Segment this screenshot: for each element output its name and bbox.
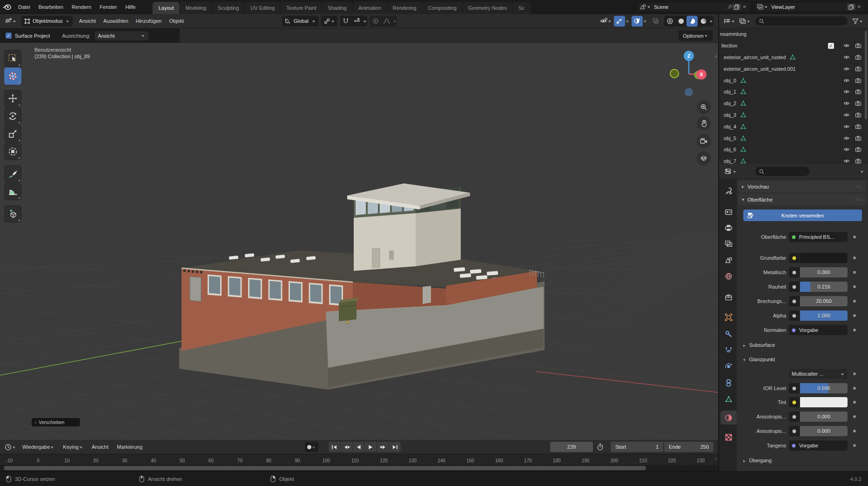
outliner-row-exterior-aircon-unit-rusted-001[interactable]: exterior_aircon_unit_rusted.001 [719, 63, 868, 74]
color-swatch[interactable] [800, 253, 848, 263]
tool-measure-button[interactable] [4, 183, 21, 200]
animate-property-dot[interactable] [853, 256, 856, 259]
tool-scale-button[interactable] [4, 125, 21, 142]
new-viewlayer-button[interactable] [847, 4, 855, 10]
proportional-editing-toggle[interactable] [370, 16, 381, 27]
outliner-item-label[interactable]: nsammlung [720, 31, 747, 37]
transform-orientation[interactable]: Global [282, 16, 318, 27]
socket-button[interactable] [789, 253, 800, 263]
play-button[interactable] [365, 442, 377, 452]
disable-in-renders-icon[interactable] [855, 146, 861, 153]
snap-with-button[interactable] [351, 16, 363, 27]
animate-property-dot[interactable] [853, 387, 856, 390]
workspace-tab-layout[interactable]: Layout [153, 2, 179, 14]
property-slider[interactable]: 0.595 [800, 383, 848, 393]
orthographic-toggle-button[interactable] [697, 151, 711, 165]
scene-name[interactable]: Scene [651, 4, 727, 10]
workspace-tab-uv-editing[interactable]: UV Editing [245, 2, 280, 14]
timeline-menu-keying[interactable]: Keying [59, 444, 87, 450]
properties-editor-type-button[interactable] [723, 168, 739, 175]
hide-in-viewport-icon[interactable] [843, 112, 850, 118]
properties-tab-object-data[interactable] [720, 392, 736, 406]
viewport-menu-ansicht[interactable]: Ansicht [75, 18, 100, 24]
shading-wireframe-button[interactable] [664, 16, 675, 27]
properties-tab-constraints[interactable] [720, 376, 736, 390]
socket-button[interactable] [789, 426, 800, 436]
viewport-menu-hinzuf-gen[interactable]: Hinzufügen [132, 18, 166, 24]
property-slider[interactable]: 0.000 [800, 267, 848, 277]
sidebar-collapse-icon[interactable]: ‹ [715, 53, 717, 60]
hide-in-viewport-icon[interactable] [843, 135, 850, 142]
property-slider[interactable]: 1.000 [800, 310, 848, 321]
blender-logo-icon[interactable] [0, 3, 14, 10]
properties-tab-object[interactable] [720, 310, 736, 324]
outliner-search-input[interactable] [755, 16, 848, 26]
tool-move-button[interactable] [4, 90, 21, 107]
shading-solid-button[interactable] [675, 16, 686, 27]
animate-property-dot[interactable] [853, 415, 856, 418]
hide-in-viewport-icon[interactable] [843, 88, 850, 95]
unlink-scene-icon[interactable]: ✕ [741, 4, 748, 9]
outliner-item-label[interactable]: obj_5 [724, 135, 736, 141]
menu-bearbeiten[interactable]: Bearbeiten [34, 4, 67, 10]
panel-oberflaeche[interactable]: ▾Oberfläche ∷∷ [738, 194, 866, 205]
pan-button[interactable] [697, 116, 711, 130]
disable-in-renders-icon[interactable] [855, 123, 861, 130]
outliner-item-label[interactable]: obj_2 [724, 101, 736, 106]
hide-in-viewport-icon[interactable] [843, 158, 850, 164]
timeline-scrollbar[interactable] [0, 465, 718, 471]
properties-tab-material[interactable] [720, 411, 737, 425]
hide-in-viewport-icon[interactable] [843, 100, 850, 107]
viewport-menu-objekt[interactable]: Objekt [165, 18, 188, 24]
socket-button[interactable] [789, 412, 800, 422]
tool-cursor-button[interactable] [4, 68, 21, 85]
outliner-row-obj-4[interactable]: obj_4 [719, 121, 868, 132]
outliner-item-label[interactable]: llection [721, 43, 737, 48]
subpanel-header[interactable]: ▸Subsurface [743, 339, 775, 351]
property-menu[interactable]: Vorgabe [789, 440, 848, 451]
property-slider[interactable]: 0.000 [800, 426, 848, 436]
camera-view-button[interactable] [697, 134, 711, 148]
outliner-row-exterior-aircon-unit-rusted[interactable]: exterior_aircon_unit_rusted [719, 52, 868, 63]
subpanel-header[interactable]: ▸Übergang [743, 455, 772, 466]
socket-button[interactable] [789, 383, 800, 393]
tool-annotate-button[interactable] [4, 165, 21, 182]
disable-in-renders-icon[interactable] [855, 100, 861, 107]
properties-tab-view-layer[interactable] [720, 236, 736, 250]
timeline-collapse-icon[interactable]: ‹ [715, 456, 717, 461]
subpanel-header[interactable]: ▸Lack [743, 468, 760, 471]
options-dropdown[interactable]: Optionen [679, 30, 713, 41]
socket-button[interactable] [789, 267, 800, 277]
animate-property-dot[interactable] [853, 271, 856, 274]
menu-datei[interactable]: Datei [14, 4, 34, 10]
pivot-point-button[interactable] [321, 16, 337, 27]
outliner-row-nsammlung[interactable]: nsammlung [719, 28, 868, 40]
outliner-item-label[interactable]: exterior_aircon_unit_rusted [724, 54, 786, 60]
subpanel-header[interactable]: ▾Glanzpunkt [743, 354, 775, 365]
properties-options-icon[interactable] [861, 171, 863, 174]
property-dropdown[interactable]: Multiscatter ... [789, 369, 848, 379]
mode-selector[interactable]: Objektmodus [21, 16, 73, 27]
tool-rotate-button[interactable] [4, 108, 21, 125]
use-nodes-button[interactable]: Knoten verwenden [743, 209, 862, 221]
play-reverse-button[interactable] [353, 442, 364, 452]
disable-in-renders-icon[interactable] [855, 158, 861, 164]
disable-in-renders-icon[interactable] [855, 88, 861, 95]
auto-keying-toggle[interactable] [305, 442, 318, 452]
shading-material-button[interactable] [686, 16, 698, 27]
hide-in-viewport-icon[interactable] [843, 42, 850, 49]
animate-property-dot[interactable] [853, 285, 856, 288]
navigation-gizmo[interactable]: Z X [666, 47, 717, 102]
collection-checkbox[interactable]: ✓ [828, 43, 834, 49]
disable-in-renders-icon[interactable] [855, 112, 861, 118]
viewport-menu-ausw-hlen[interactable]: Auswählen [100, 18, 132, 24]
outliner-row-obj-5[interactable]: obj_5 [719, 132, 868, 144]
xray-toggle[interactable] [650, 16, 661, 27]
properties-tab-modifiers[interactable] [720, 327, 736, 341]
outliner-filter-button[interactable] [850, 18, 865, 24]
outliner-row-obj-1[interactable]: obj_1 [719, 86, 868, 98]
shading-rendered-button[interactable] [698, 16, 709, 27]
outliner-item-label[interactable]: obj_3 [724, 112, 736, 118]
jump-to-end-button[interactable] [389, 442, 401, 452]
property-slider[interactable]: 0.000 [800, 412, 848, 422]
